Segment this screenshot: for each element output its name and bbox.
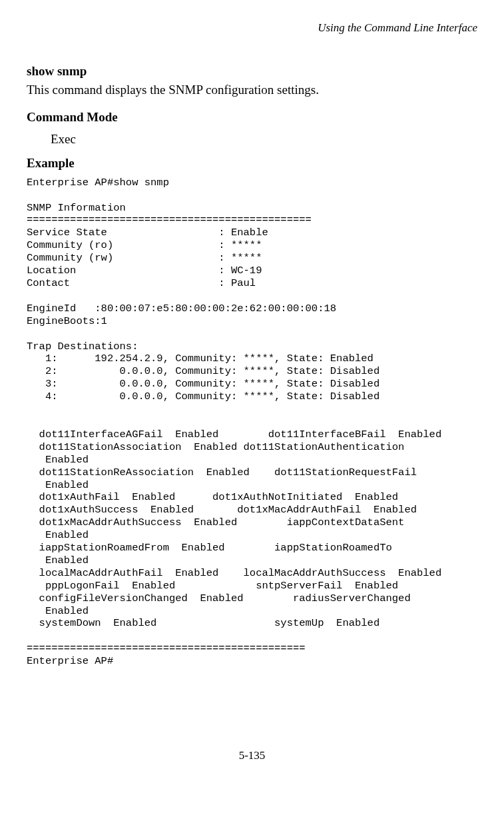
command-mode-value: Exec — [51, 131, 477, 149]
cli-output-block: Enterprise AP#show snmp SNMP Information… — [27, 177, 477, 668]
page-header-context: Using the Command Line Interface — [27, 20, 477, 36]
command-mode-heading: Command Mode — [27, 109, 477, 127]
example-heading: Example — [27, 155, 477, 173]
command-description: This command displays the SNMP configura… — [27, 81, 477, 99]
command-name: show snmp — [27, 63, 477, 81]
page-number: 5-135 — [27, 748, 477, 764]
